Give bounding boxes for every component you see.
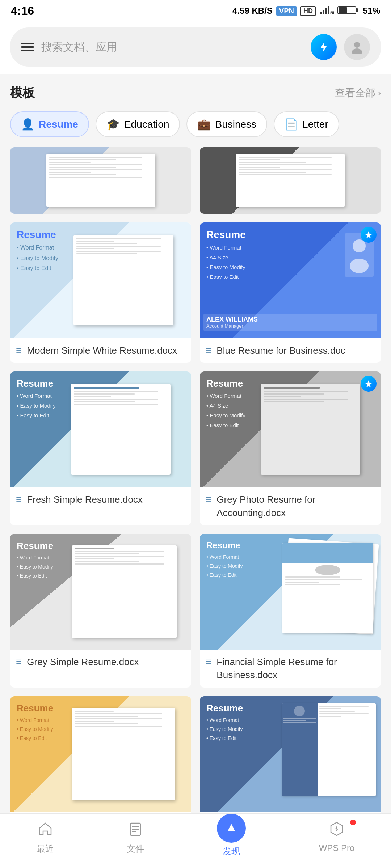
template-card[interactable]: Resume • Word Format• Easy to Modify• Ea… — [10, 371, 191, 525]
template-info: ≡ Fresh Simple Resume.docx — [10, 487, 191, 512]
template-card[interactable]: Resume • Word Format• Easy to Modify• Ea… — [10, 222, 191, 363]
tab-resume[interactable]: 👤 Resume — [10, 111, 89, 137]
education-tab-icon: 🎓 — [106, 118, 120, 131]
resume-label: Resume — [206, 703, 243, 714]
resume-preview — [46, 154, 155, 207]
template-info: ≡ Blue Resume for Business.doc — [200, 338, 381, 363]
business-tab-icon: 💼 — [197, 118, 211, 131]
resume-label: Resume — [17, 378, 53, 389]
resume-preview — [72, 545, 177, 638]
resume-features: • Word Format• Easy to Modify• Easy to E… — [17, 391, 56, 420]
tab-education[interactable]: 🎓 Education — [96, 111, 180, 137]
nav-item-wps[interactable]: WPS Pro — [319, 821, 355, 857]
resume-features: • Word Format• A4 Size• Easy to Modify• … — [206, 391, 245, 430]
signal-strength: 5G — [319, 4, 334, 17]
svg-rect-3 — [328, 6, 329, 14]
status-right: 4.59 KB/S VPN HD 5G 51% — [232, 4, 380, 17]
bottom-nav: 最近 文件 发现 WPS Pro — [0, 813, 391, 868]
svg-text:5G: 5G — [330, 10, 334, 15]
template-thumbnail: Resume • Word Format• Easy to Modify• Ea… — [10, 222, 191, 338]
template-name: Fresh Simple Resume.docx — [27, 493, 142, 506]
svg-rect-6 — [356, 8, 358, 12]
resume-label: Resume — [17, 540, 53, 552]
doc-icon: ≡ — [206, 345, 211, 356]
pro-badge — [361, 376, 377, 392]
avatar-button[interactable] — [344, 34, 370, 60]
svg-marker-14 — [365, 380, 372, 387]
nav-item-discover[interactable]: 发现 — [217, 821, 246, 857]
nav-wps-label: WPS Pro — [319, 843, 355, 853]
template-thumbnail — [200, 147, 381, 214]
person-name: ALEX WILLIAMS — [206, 316, 374, 323]
svg-marker-20 — [335, 826, 338, 832]
resume-preview — [261, 384, 360, 475]
nav-item-files[interactable]: 文件 — [127, 821, 144, 857]
template-info: ≡ Financial Simple Resume for Business.d… — [200, 650, 381, 688]
svg-point-10 — [352, 48, 362, 54]
resume-label: Resume — [206, 378, 243, 389]
resume-label: Resume — [206, 229, 246, 241]
nav-item-recent[interactable]: 最近 — [37, 821, 54, 857]
resume-preview — [72, 708, 175, 800]
discover-icon — [217, 814, 246, 843]
template-thumbnail — [10, 147, 191, 214]
doc-icon: ≡ — [16, 656, 22, 668]
doc-icon: ≡ — [16, 494, 22, 505]
search-input[interactable]: 搜索文档、应用 — [41, 40, 303, 55]
template-name: Blue Resume for Business.doc — [216, 344, 345, 357]
letter-tab-icon: 📄 — [285, 118, 298, 131]
resume-preview — [73, 235, 173, 326]
template-card[interactable]: ≡ Useful White Resume for One Page.docx — [10, 147, 191, 214]
template-card[interactable]: Resume • Word Format• Easy to Modify• Ea… — [200, 534, 381, 688]
battery — [337, 4, 359, 17]
resume-preview — [71, 384, 171, 475]
category-tabs: 👤 Resume 🎓 Education 💼 Business 📄 Letter — [10, 111, 381, 137]
battery-percent: 51% — [363, 6, 380, 16]
search-bar-container: 搜索文档、应用 — [0, 22, 391, 74]
template-thumbnail: Resume • Word Format• A4 Size• Easy to M… — [200, 371, 381, 487]
pro-badge — [361, 227, 377, 243]
tab-letter[interactable]: 📄 Letter — [274, 111, 339, 137]
resume-features: • Word Format• A4 Size• Easy to Modify• … — [206, 243, 245, 282]
person-title: Account Manager — [206, 323, 374, 329]
view-all-button[interactable]: 查看全部 › — [335, 86, 381, 100]
nav-files-label: 文件 — [127, 843, 144, 855]
template-name: Grey Photo Resume for Accounting.docx — [216, 493, 375, 519]
template-card[interactable]: ≡ General Simple White Resume.docx — [200, 147, 381, 214]
doc-icon: ≡ — [206, 656, 211, 668]
section-header: 模板 查看全部 › — [10, 85, 381, 101]
hamburger-menu-button[interactable] — [21, 43, 34, 51]
template-thumbnail: Resume • Word Format• Easy to Modify• Ea… — [200, 534, 381, 650]
tab-resume-label: Resume — [39, 119, 78, 130]
resume-features: • Word Format• Easy to Modify• Easy to E… — [206, 553, 243, 580]
resume-features: • Word Format• Easy to Modify• Easy to E… — [206, 716, 243, 743]
resume-tab-icon: 👤 — [21, 118, 34, 131]
search-bar[interactable]: 搜索文档、应用 — [10, 27, 381, 67]
doc-icon: ≡ — [16, 345, 22, 356]
tab-business-label: Business — [215, 119, 256, 130]
tab-business[interactable]: 💼 Business — [186, 111, 267, 137]
template-name: Modern Simple White Resume.docx — [27, 344, 177, 357]
svg-point-12 — [350, 259, 369, 273]
resume-preview — [236, 154, 345, 207]
lightning-button[interactable] — [311, 34, 337, 60]
chevron-right-icon: › — [378, 87, 381, 99]
svg-marker-13 — [365, 231, 372, 238]
time: 4:16 — [11, 4, 34, 18]
template-thumbnail: Resume • Word Format• Easy to Modify• Ea… — [10, 534, 191, 650]
vpn-badge: VPN — [276, 6, 297, 16]
notification-dot — [350, 820, 356, 825]
template-thumbnail: Resume • Word Format• Easy to Modify• Ea… — [10, 371, 191, 487]
template-card[interactable]: Resume • Word Format• A4 Size• Easy to M… — [200, 371, 381, 525]
svg-rect-1 — [323, 10, 324, 14]
template-thumbnail: Resume • Word Format• Easy to Modify• Ea… — [10, 696, 191, 812]
resume-features: • Word Format• Easy to Modify• Easy to E… — [17, 243, 58, 274]
nav-recent-label: 最近 — [37, 843, 54, 855]
resume-label: Resume — [17, 229, 56, 241]
svg-point-9 — [354, 42, 360, 48]
network-speed: 4.59 KB/S — [232, 6, 273, 16]
hd-badge: HD — [300, 6, 316, 16]
template-card[interactable]: Resume • Word Format• A4 Size• Easy to M… — [200, 222, 381, 363]
template-card[interactable]: Resume • Word Format• Easy to Modify• Ea… — [10, 534, 191, 688]
svg-marker-19 — [228, 824, 235, 831]
